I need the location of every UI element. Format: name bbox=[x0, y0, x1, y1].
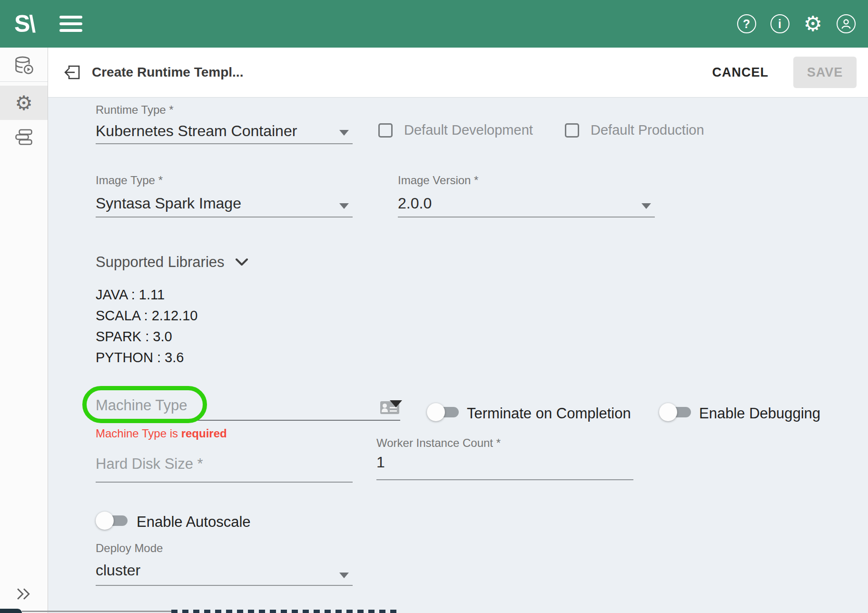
terminate-on-completion-toggle[interactable] bbox=[427, 403, 460, 421]
clipped-bottom-panel bbox=[0, 609, 22, 613]
runtime-type-label: Runtime Type * bbox=[96, 103, 353, 117]
worker-instance-count-field[interactable]: Worker Instance Count * bbox=[376, 436, 633, 480]
default-development-checkbox[interactable]: Default Development bbox=[378, 122, 533, 138]
sidebar-item-stacks[interactable] bbox=[0, 120, 48, 154]
default-development-label: Default Development bbox=[404, 122, 533, 138]
enable-autoscale-toggle[interactable] bbox=[96, 512, 129, 530]
page-toolbar: Create Runtime Templ... CANCEL SAVE bbox=[48, 48, 868, 98]
image-version-label: Image Version * bbox=[398, 174, 655, 187]
machine-type-input[interactable] bbox=[96, 397, 400, 414]
runtime-settings-icon: ⚙ bbox=[15, 91, 33, 115]
checkbox-icon bbox=[378, 123, 393, 138]
process-database-icon bbox=[14, 55, 34, 75]
terminate-on-completion-label: Terminate on Completion bbox=[467, 405, 631, 422]
info-icon[interactable]: i bbox=[770, 14, 789, 33]
library-item: JAVA : 1.11 bbox=[96, 284, 197, 305]
stack-icon bbox=[14, 128, 33, 146]
chevron-down-icon bbox=[641, 203, 651, 209]
supported-libraries-toggle[interactable]: Supported Libraries bbox=[96, 254, 248, 271]
clipped-bottom-divider bbox=[22, 611, 172, 612]
form-content: Runtime Type * Kubernetes Stream Contain… bbox=[48, 98, 868, 613]
supported-libraries-label: Supported Libraries bbox=[96, 254, 225, 271]
worker-instance-count-input[interactable] bbox=[376, 454, 633, 471]
expand-icon bbox=[15, 587, 32, 601]
machine-type-error: Machine Type is required bbox=[96, 427, 227, 440]
app-window: S\ ? i ⚙ bbox=[0, 0, 868, 613]
chevron-down-icon bbox=[339, 130, 349, 136]
sidebar-expand-button[interactable] bbox=[0, 587, 48, 601]
app-header: S\ ? i ⚙ bbox=[0, 0, 868, 48]
sidebar-item-runtime-settings[interactable]: ⚙ bbox=[0, 86, 48, 120]
chevron-down-icon bbox=[339, 203, 349, 209]
chevron-down-icon bbox=[339, 573, 349, 578]
worker-instance-count-label: Worker Instance Count * bbox=[376, 436, 633, 450]
image-type-value: Syntasa Spark Image bbox=[96, 195, 353, 212]
runtime-type-value: Kubernetes Stream Container bbox=[96, 122, 353, 140]
menu-icon[interactable] bbox=[59, 12, 82, 36]
cancel-button[interactable]: CANCEL bbox=[706, 60, 776, 85]
account-icon[interactable] bbox=[837, 14, 856, 33]
back-button[interactable] bbox=[61, 62, 82, 83]
default-production-label: Default Production bbox=[591, 122, 704, 138]
deploy-mode-label: Deploy Mode bbox=[96, 542, 353, 555]
library-item: SPARK : 3.0 bbox=[96, 326, 197, 347]
save-button[interactable]: SAVE bbox=[793, 57, 857, 88]
syntasa-logo: S\ bbox=[14, 12, 35, 36]
help-icon[interactable]: ? bbox=[737, 14, 756, 33]
exit-back-icon bbox=[61, 62, 82, 83]
checkbox-icon bbox=[565, 123, 579, 138]
enable-autoscale-label: Enable Autoscale bbox=[137, 514, 251, 531]
deploy-mode-value: cluster bbox=[96, 562, 353, 579]
default-production-checkbox[interactable]: Default Production bbox=[565, 122, 704, 138]
machine-select-card-icon[interactable] bbox=[380, 399, 402, 415]
page-title: Create Runtime Templ... bbox=[92, 65, 243, 80]
machine-type-field[interactable] bbox=[96, 390, 400, 421]
sidebar-item-processes[interactable] bbox=[0, 48, 48, 82]
enable-debugging-toggle[interactable] bbox=[659, 403, 692, 421]
runtime-type-select[interactable]: Runtime Type * Kubernetes Stream Contain… bbox=[96, 103, 353, 144]
clipped-bottom-heading-text bbox=[171, 610, 399, 613]
enable-debugging-label: Enable Debugging bbox=[699, 405, 820, 422]
image-type-label: Image Type * bbox=[96, 174, 353, 187]
person-glyph bbox=[840, 18, 852, 30]
deploy-mode-select[interactable]: Deploy Mode cluster bbox=[96, 542, 353, 586]
supported-libraries-list: JAVA : 1.11 SCALA : 2.12.10 SPARK : 3.0 … bbox=[96, 284, 197, 368]
image-type-select[interactable]: Image Type * Syntasa Spark Image bbox=[96, 174, 353, 218]
library-item: SCALA : 2.12.10 bbox=[96, 305, 197, 326]
hard-disk-size-field[interactable] bbox=[96, 439, 353, 483]
library-item: PYTHON : 3.6 bbox=[96, 347, 197, 368]
hard-disk-size-input[interactable] bbox=[96, 455, 353, 473]
settings-icon[interactable]: ⚙ bbox=[804, 13, 822, 34]
image-version-select[interactable]: Image Version * 2.0.0 bbox=[398, 174, 655, 218]
image-version-value: 2.0.0 bbox=[398, 195, 655, 212]
sidebar: ⚙ bbox=[0, 48, 48, 613]
chevron-down-icon bbox=[235, 257, 248, 267]
